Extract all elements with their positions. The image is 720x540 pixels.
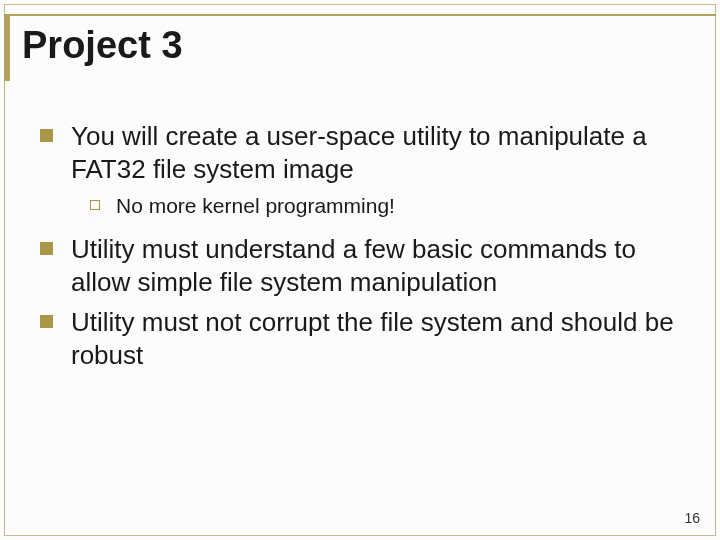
title-wrap: Project 3 (4, 14, 716, 81)
list-item: You will create a user-space utility to … (40, 120, 680, 185)
square-bullet-icon (40, 129, 53, 142)
slide-title: Project 3 (4, 16, 716, 81)
bullet-text: Utility must understand a few basic comm… (71, 233, 680, 298)
list-item: Utility must understand a few basic comm… (40, 233, 680, 298)
page-number: 16 (684, 510, 700, 526)
square-bullet-icon (40, 315, 53, 328)
square-outline-bullet-icon (90, 200, 100, 210)
bullet-text: You will create a user-space utility to … (71, 120, 680, 185)
bullet-text: Utility must not corrupt the file system… (71, 306, 680, 371)
slide-content: You will create a user-space utility to … (40, 120, 680, 379)
square-bullet-icon (40, 242, 53, 255)
slide: Project 3 You will create a user-space u… (0, 0, 720, 540)
list-item: Utility must not corrupt the file system… (40, 306, 680, 371)
bullet-text: No more kernel programming! (116, 193, 395, 219)
list-item: No more kernel programming! (90, 193, 680, 219)
